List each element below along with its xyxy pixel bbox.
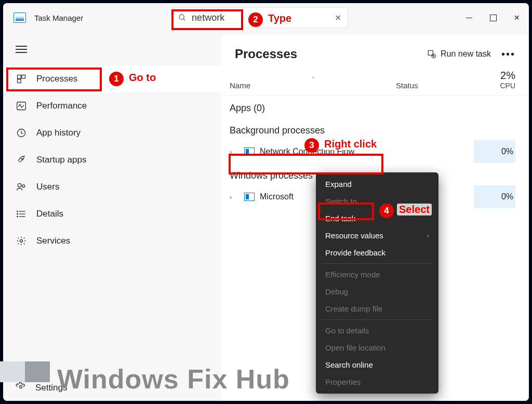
ctx-resource-values[interactable]: Resource values›	[316, 227, 438, 244]
chevron-right-icon: ›	[427, 232, 429, 239]
chevron-right-icon: ›	[230, 148, 239, 156]
annotation-num-1: 1	[109, 72, 124, 86]
svg-point-16	[20, 240, 23, 243]
ctx-debug: Debug	[316, 283, 438, 300]
ctx-separator	[321, 319, 433, 320]
taskbar-hint	[0, 361, 50, 382]
column-status[interactable]: Status	[396, 81, 474, 90]
ctx-provide-feedback[interactable]: Provide feedback	[316, 244, 438, 261]
process-cpu: 0%	[474, 140, 515, 163]
run-task-icon	[427, 49, 436, 59]
sidebar-item-details[interactable]: Details	[3, 200, 221, 227]
settings-label: Settings	[35, 383, 67, 393]
group-apps: Apps (0)	[221, 96, 529, 118]
process-icon	[244, 193, 255, 201]
process-icon	[244, 147, 255, 156]
sidebar-item-label: Users	[36, 182, 59, 192]
more-options-button[interactable]: •••	[501, 48, 515, 60]
svg-point-17	[20, 385, 22, 388]
app-icon	[14, 12, 26, 23]
column-cpu[interactable]: 2% CPU	[474, 70, 515, 90]
column-name[interactable]: ⌃ Name	[230, 81, 396, 90]
rocket-icon	[16, 154, 27, 166]
svg-point-0	[179, 15, 184, 19]
ctx-separator	[321, 263, 433, 264]
gear-icon	[16, 235, 27, 247]
sidebar-item-services[interactable]: Services	[3, 227, 221, 254]
sidebar-item-app-history[interactable]: App history	[3, 119, 221, 146]
annotation-num-3: 3	[304, 138, 319, 153]
history-icon	[16, 127, 27, 139]
close-button[interactable]	[505, 7, 529, 28]
svg-point-14	[17, 213, 18, 214]
ctx-create-dump: Create dump file	[316, 300, 438, 317]
svg-line-1	[183, 19, 185, 20]
minimize-button[interactable]	[457, 7, 481, 28]
svg-rect-5	[17, 102, 26, 110]
ctx-expand[interactable]: Expand	[316, 176, 438, 193]
sidebar-item-label: Processes	[36, 74, 77, 84]
svg-point-13	[17, 211, 18, 212]
sidebar-item-label: Details	[36, 209, 63, 219]
sidebar-item-users[interactable]: Users	[3, 173, 221, 200]
svg-rect-2	[18, 75, 21, 79]
sidebar: Processes Performance App history Startu…	[3, 32, 221, 401]
activity-icon	[16, 100, 27, 112]
chevron-right-icon: ›	[230, 193, 239, 201]
ctx-go-to-details: Go to details	[316, 322, 438, 339]
task-manager-window: Task Manager ✕ Processes	[3, 3, 529, 401]
page-title: Processes	[235, 47, 297, 61]
svg-rect-4	[18, 79, 21, 83]
annotation-label-2: Type	[266, 12, 294, 24]
users-icon	[16, 181, 27, 193]
hamburger-button[interactable]	[3, 37, 221, 61]
sidebar-item-label: Startup apps	[36, 155, 86, 165]
ctx-search-online[interactable]: Search online	[316, 356, 438, 373]
sidebar-item-label: Services	[36, 236, 70, 246]
sidebar-item-performance[interactable]: Performance	[3, 92, 221, 119]
grid-icon	[16, 73, 27, 85]
window-controls	[457, 7, 529, 28]
annotation-label-1: Go to	[127, 72, 158, 84]
sidebar-item-label: App history	[36, 128, 81, 138]
column-headers: ⌃ Name Status 2% CPU	[221, 66, 529, 96]
search-icon	[178, 14, 187, 22]
annotation-label-3: Right click	[322, 138, 379, 150]
ctx-open-file-loc: Open file location	[316, 339, 438, 356]
annotation-num-2: 2	[248, 12, 263, 27]
group-background: Background processes	[221, 118, 529, 140]
settings-icon	[16, 382, 26, 395]
svg-point-7	[21, 158, 23, 160]
svg-point-8	[18, 183, 21, 187]
svg-rect-3	[22, 75, 25, 79]
ctx-efficiency-mode: Efficiency mode	[316, 266, 438, 283]
sidebar-item-label: Performance	[36, 101, 87, 111]
annotation-num-4: 4	[379, 204, 394, 218]
app-title: Task Manager	[34, 14, 83, 22]
svg-point-9	[22, 185, 25, 187]
list-icon	[16, 208, 27, 220]
annotation-label-4: Select	[397, 204, 432, 216]
sort-caret-icon: ⌃	[311, 76, 315, 83]
process-cpu: 0%	[474, 185, 515, 208]
run-new-task-label: Run new task	[441, 49, 491, 59]
sidebar-item-startup-apps[interactable]: Startup apps	[3, 146, 221, 173]
clear-search-icon[interactable]: ✕	[335, 13, 341, 23]
ctx-properties: Properties	[316, 373, 438, 390]
svg-point-15	[17, 216, 18, 217]
maximize-button[interactable]	[481, 7, 505, 28]
run-new-task-button[interactable]: Run new task	[427, 49, 491, 59]
